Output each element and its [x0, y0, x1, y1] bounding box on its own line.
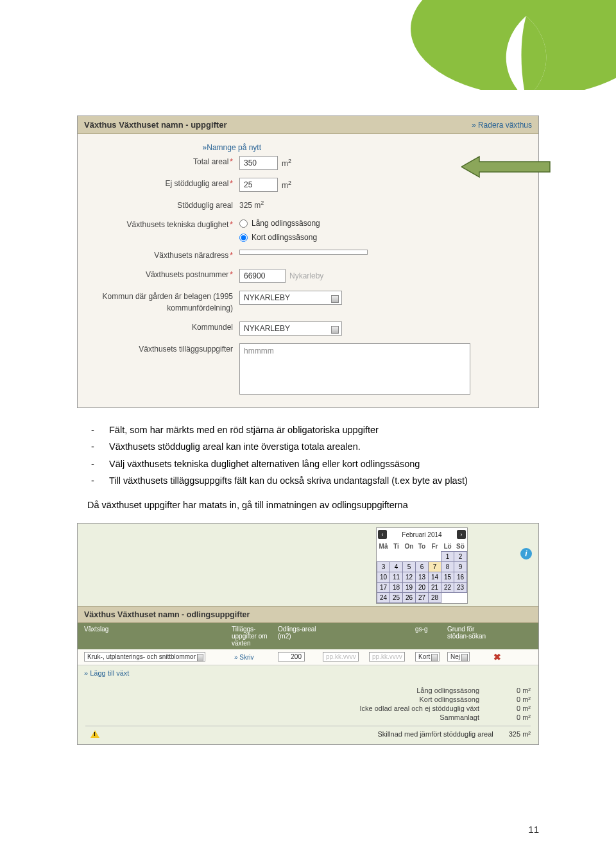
- season-long-radio[interactable]: Lång odlingssäsong: [239, 219, 320, 228]
- column-headers: Växtslag Tilläggs-uppgifter om växten Od…: [78, 623, 538, 649]
- postnr-label: Växthusets postnummer: [85, 269, 239, 280]
- cultivation-form: ‹ Februari 2014 › MåTiOnToFrLöSö 12 3456…: [77, 523, 539, 745]
- cal-month: Februari 2014: [402, 531, 441, 538]
- date-end-input[interactable]: pp.kk.vvvv: [369, 652, 405, 662]
- delete-greenhouse-link[interactable]: » Radera växthus: [472, 121, 532, 130]
- total-area-input[interactable]: 350: [239, 156, 278, 170]
- technical-label: Växthusets tekniska duglighet: [85, 219, 239, 230]
- form-title: Växthus Växthuset namn - uppgifter: [84, 120, 227, 130]
- kommun-select[interactable]: NYKARLEBY: [239, 291, 342, 305]
- extra-label: Växthusets tilläggsuppgifter: [85, 343, 239, 355]
- calendar-popup[interactable]: ‹ Februari 2014 › MåTiOnToFrLöSö 12 3456…: [376, 527, 468, 604]
- cultivation-header: Växthus Växthuset namn - odlingsuppgifte…: [78, 606, 538, 623]
- write-link[interactable]: » Skriv: [234, 654, 254, 661]
- info-icon[interactable]: i: [520, 548, 532, 559]
- greenhouse-details-form: Växthus Växthuset namn - uppgifter » Rad…: [77, 115, 539, 408]
- pointer-arrow-icon: [461, 155, 551, 179]
- svg-marker-0: [461, 157, 550, 177]
- crop-select[interactable]: Kruk-, utplanterings- och snittblommor: [84, 652, 205, 662]
- season-select[interactable]: Kort: [415, 652, 440, 662]
- area-input[interactable]: 200: [278, 652, 305, 662]
- page-number: 11: [528, 824, 539, 835]
- add-plant-link[interactable]: » Lägg till växt: [84, 669, 129, 677]
- extra-textarea[interactable]: hmmmm: [239, 343, 470, 395]
- unsupported-area-label: Ej stödduglig areal: [85, 178, 239, 189]
- leaf-icon: [488, 13, 565, 90]
- form-header: Växthus Växthuset namn - uppgifter » Rad…: [78, 116, 538, 134]
- supported-area-label: Stödduglig areal: [85, 200, 239, 211]
- summary-block: Lång odlingssäsong0 m² Kort odlingssäson…: [78, 681, 538, 744]
- postnr-input[interactable]: 66900: [239, 269, 286, 283]
- basis-select[interactable]: Nej: [447, 652, 470, 662]
- header-decoration: [372, 0, 616, 90]
- season-short-radio[interactable]: Kort odlingssäsong: [239, 233, 320, 242]
- kommundel-label: Kommundel: [85, 321, 239, 333]
- date-start-input[interactable]: pp.kk.vvvv: [323, 652, 359, 662]
- kommun-label: Kommun där gården är belagen (1995 kommu…: [85, 291, 239, 314]
- rename-link[interactable]: »Namnge på nytt: [203, 143, 261, 152]
- cal-next-button[interactable]: ›: [457, 530, 466, 539]
- body-text: Fält, som har märkts med en röd stjärna …: [87, 423, 539, 511]
- total-area-label: Total areal: [85, 156, 239, 167]
- delete-row-icon[interactable]: ✖: [493, 652, 501, 662]
- unsupported-area-input[interactable]: 25: [239, 178, 278, 192]
- cultivation-row: Kruk-, utplanterings- och snittblommor »…: [78, 649, 538, 665]
- address-input[interactable]: [239, 250, 368, 255]
- kommundel-select[interactable]: NYKARLEBY: [239, 321, 342, 336]
- cal-prev-button[interactable]: ‹: [378, 530, 387, 539]
- warning-icon: [90, 730, 99, 738]
- post-city: Nykarleby: [289, 271, 323, 280]
- address-label: Växthusets näradress: [85, 250, 239, 261]
- supported-area-value: 325 m2: [239, 200, 264, 210]
